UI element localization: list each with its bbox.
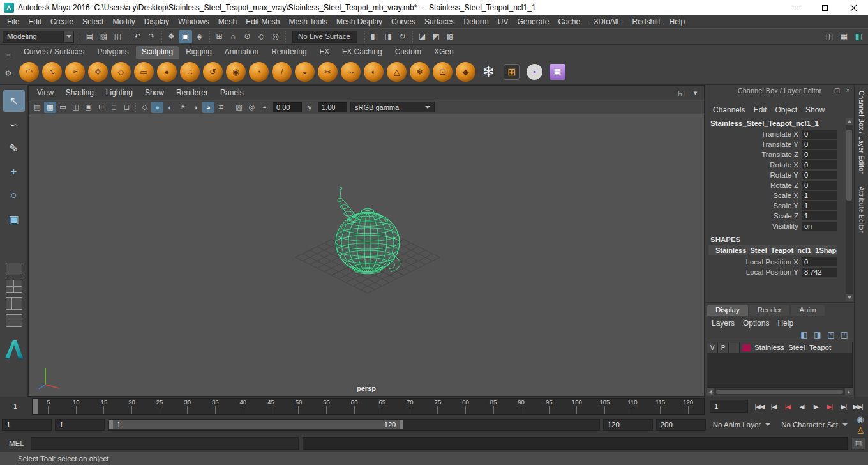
smooth-shade-icon[interactable]: ● xyxy=(151,102,163,113)
repeat-tool-icon[interactable]: ↺ xyxy=(202,61,224,83)
panel-menu-item[interactable]: Renderer xyxy=(170,88,214,97)
bulge-tool-icon[interactable]: ◐ xyxy=(363,61,385,83)
channel-label[interactable]: Scale Y xyxy=(705,202,802,210)
character-set-dropdown[interactable]: No Character Set xyxy=(777,419,851,431)
channel-value-field[interactable]: 0 xyxy=(802,140,837,149)
channel-box-header[interactable]: Channel Box / Layer Editor ◱× xyxy=(705,85,854,96)
layer-editor-menu-item[interactable]: Layers xyxy=(712,319,735,328)
menu-item[interactable]: Mesh xyxy=(214,15,241,28)
safe-title-icon[interactable]: ◻ xyxy=(121,102,133,113)
sidebar-vertical-tab[interactable]: Attribute Editor xyxy=(858,182,865,238)
scroll-left-button[interactable] xyxy=(707,388,714,395)
create-layer-from-selected-icon[interactable]: ◳ xyxy=(839,330,850,340)
paint-select-tool[interactable]: ✎ xyxy=(3,137,25,159)
select-tool[interactable]: ↖ xyxy=(3,90,25,112)
input-connections-icon[interactable]: ◧ xyxy=(368,30,381,43)
flatten-tool-icon[interactable]: ▭ xyxy=(133,61,155,83)
anim-layer-dropdown[interactable]: No Anim Layer xyxy=(709,419,774,431)
channel-box-menu-item[interactable]: Channels xyxy=(713,105,745,114)
safe-action-icon[interactable]: □ xyxy=(108,102,120,113)
channel-label[interactable]: Translate Y xyxy=(705,141,802,148)
create-empty-layer-icon[interactable]: ◰ xyxy=(825,330,837,340)
channel-box-menu-item[interactable]: Show xyxy=(805,105,825,114)
sculpt-objects-tool-icon[interactable]: ◆ xyxy=(454,61,477,83)
imprint-tool-icon[interactable]: ◉ xyxy=(225,61,247,83)
channel-label[interactable]: Rotate Z xyxy=(705,181,802,189)
layer-row[interactable]: V P Stainless_Steel_Teapot xyxy=(707,342,852,353)
uv-texture-editor-icon[interactable]: ⊞ xyxy=(500,61,523,83)
relax-tool-icon[interactable]: ≈ xyxy=(64,61,86,83)
channel-value-field[interactable]: 1 xyxy=(802,201,837,210)
menu-item[interactable]: Edit Mesh xyxy=(241,15,284,28)
channel-value-field[interactable]: 0 xyxy=(802,160,837,169)
render-icon[interactable]: ◪ xyxy=(415,30,429,43)
panel-menu-item[interactable]: View xyxy=(31,88,59,97)
group-separator[interactable] xyxy=(283,31,288,42)
channel-box-menu-item[interactable]: Edit xyxy=(754,105,767,114)
isolate-select-icon[interactable]: ◎ xyxy=(246,102,258,113)
gate-mask-icon[interactable]: ▣ xyxy=(82,102,94,113)
scroll-right-button[interactable] xyxy=(845,388,853,395)
menu-set-dropdown-button[interactable] xyxy=(64,31,74,43)
file-open-icon[interactable]: ▨ xyxy=(97,30,110,43)
output-connections-icon[interactable]: ◨ xyxy=(382,30,395,43)
gamma-icon[interactable]: γ xyxy=(304,102,316,113)
viewport-canvas[interactable]: persp xyxy=(29,114,704,396)
dock-panel-icon[interactable]: ◱ xyxy=(833,86,841,95)
knife-tool-icon[interactable]: ✂ xyxy=(317,61,339,83)
smooth-tool-icon[interactable]: ∿ xyxy=(41,61,63,83)
layer-list[interactable]: V P Stainless_Steel_Teapot xyxy=(707,342,853,388)
unfreeze-all-icon[interactable]: ❄ xyxy=(477,61,500,83)
select-component-icon[interactable]: ◈ xyxy=(193,30,206,43)
auto-keyframe-toggle[interactable]: ◉ xyxy=(855,413,866,425)
four-pane-layout-button[interactable] xyxy=(6,280,22,293)
exposure-icon[interactable]: ◓ xyxy=(258,102,271,113)
menu-item[interactable]: Cache xyxy=(553,15,585,28)
tear-off-panel-icon[interactable]: ◱ xyxy=(675,87,687,98)
menu-item[interactable]: Windows xyxy=(174,15,214,28)
xray-icon[interactable]: ▧ xyxy=(233,102,245,113)
channel-label[interactable]: Scale X xyxy=(705,192,802,199)
file-save-icon[interactable]: ◫ xyxy=(111,30,124,43)
construction-history-icon[interactable]: ↻ xyxy=(396,30,409,43)
channel-box-menu-item[interactable]: Object xyxy=(775,105,797,114)
move-tool[interactable]: + xyxy=(3,161,25,183)
layer-type-cell[interactable] xyxy=(729,343,740,353)
command-input-field[interactable] xyxy=(31,437,299,450)
panel-menu-icon[interactable]: ▾ xyxy=(689,87,701,98)
group-separator[interactable] xyxy=(159,31,164,42)
shelf-tab[interactable]: Rendering xyxy=(266,46,312,59)
playback-end-field[interactable]: 120 xyxy=(603,419,653,431)
single-pane-layout-button[interactable] xyxy=(6,263,22,275)
shape-node-name[interactable]: Stainless_Steel_Teapot_ncl1_1Shape xyxy=(708,245,837,255)
minimize-button[interactable] xyxy=(782,0,811,15)
layer-name[interactable]: Stainless_Steel_Teapot xyxy=(753,344,831,351)
exposure-field[interactable]: 0.00 xyxy=(273,102,302,112)
panel-menu-item[interactable]: Panels xyxy=(214,88,250,97)
sculpt-tool-icon[interactable]: ◠ xyxy=(18,61,40,83)
resolution-gate-icon[interactable]: ◫ xyxy=(70,102,82,113)
group-separator[interactable] xyxy=(410,31,415,42)
menu-item[interactable]: Help xyxy=(665,15,690,28)
shelf-tab[interactable]: FX xyxy=(314,46,335,59)
shelf-options-gear-icon[interactable]: ⚙ xyxy=(2,67,15,80)
menu-item[interactable]: Display xyxy=(140,15,174,28)
snap-point-icon[interactable]: ⊙ xyxy=(241,30,254,43)
layer-editor-menu-item[interactable]: Options xyxy=(743,319,769,328)
channel-value-field[interactable]: 0 xyxy=(802,171,837,179)
sculpt-layer-icon[interactable]: ▪ xyxy=(523,61,546,83)
snap-grid-icon[interactable]: ⊞ xyxy=(213,30,226,43)
group-separator[interactable] xyxy=(125,31,130,42)
smear-tool-icon[interactable]: ↝ xyxy=(340,61,362,83)
ui-layout-toggle-icon[interactable]: ◫ xyxy=(823,30,836,43)
script-editor-button[interactable]: ▤ xyxy=(851,437,865,450)
undo-icon[interactable]: ↶ xyxy=(131,30,144,43)
layer-playback-toggle[interactable]: P xyxy=(718,343,729,353)
select-hierarchy-icon[interactable]: ❖ xyxy=(165,30,178,43)
menu-item[interactable]: Mesh Tools xyxy=(285,15,332,28)
group-separator[interactable] xyxy=(133,103,138,112)
field-chart-icon[interactable]: ⊞ xyxy=(95,102,107,113)
scrape-tool-icon[interactable]: / xyxy=(271,61,293,83)
layer-list-hscrollbar[interactable] xyxy=(707,388,853,395)
channel-label[interactable]: Translate Z xyxy=(705,151,802,158)
